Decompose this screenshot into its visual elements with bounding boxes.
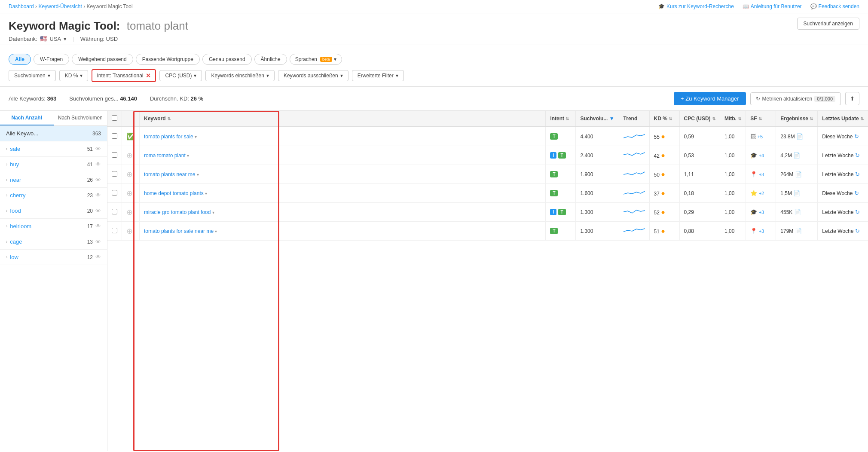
feedback-link[interactable]: 💬 Feedback senden <box>810 3 859 9</box>
sidebar-tab-suchvolumen[interactable]: Nach Suchvolumen <box>54 111 107 125</box>
refresh-icon[interactable]: ↻ <box>854 133 859 140</box>
th-sf[interactable]: SF ⇅ <box>746 111 776 127</box>
sidebar-item-cherry[interactable]: › cherry 23 👁 <box>0 188 107 203</box>
row-update-cell: Letzte Woche ↻ <box>818 165 868 184</box>
kd-dot: ● <box>661 189 665 197</box>
select-all-checkbox[interactable] <box>112 115 117 121</box>
row-checkbox[interactable] <box>112 133 117 139</box>
table-row: ⊕ roma tomato plant ▾ I T 2.400 <box>107 146 868 165</box>
keywords-exclude-filter[interactable]: Keywords ausschließen ▾ <box>278 70 348 81</box>
sidebar-item-low[interactable]: › low 12 👁 <box>0 250 107 265</box>
eye-icon[interactable]: 👁 <box>95 223 101 229</box>
tab-wfragen[interactable]: W-Fragen <box>34 54 69 65</box>
kurs-link[interactable]: 🎓 Kurs zur Keyword-Recherche <box>658 3 734 9</box>
add-circle-icon[interactable]: ⊕ <box>126 170 133 179</box>
row-checkbox[interactable] <box>112 228 117 233</box>
cpc-filter[interactable]: CPC (USD) ▾ <box>159 70 202 81</box>
th-keyword[interactable]: Keyword ⇅ <box>140 111 546 127</box>
tab-sprachen[interactable]: Sprachen beta ▾ <box>290 54 342 65</box>
tab-weitgehend[interactable]: Weitgehend passend <box>72 54 133 65</box>
refresh-icon[interactable]: ↻ <box>855 209 860 215</box>
suchvolumen-filter[interactable]: Suchvolumen ▾ <box>9 70 56 81</box>
th-kd[interactable]: KD % ⇅ <box>649 111 679 127</box>
sort-icon: ⇅ <box>860 116 864 121</box>
kd-filter[interactable]: KD % ▾ <box>59 70 89 81</box>
pin-sf-icon: 📍 <box>750 171 757 177</box>
keyword-expand-icon[interactable]: ▾ <box>187 153 189 158</box>
anleitung-link[interactable]: 📖 Anleitung für Benutzer <box>743 3 802 9</box>
keyword-link[interactable]: tomato plants for sale <box>144 134 193 140</box>
add-circle-icon[interactable]: ⊕ <box>126 227 133 235</box>
breadcrumb-dashboard[interactable]: Dashboard <box>9 3 34 9</box>
eye-icon[interactable]: 👁 <box>95 161 101 168</box>
th-update[interactable]: Letztes Update ⇅ <box>818 111 868 127</box>
row-checkbox[interactable] <box>112 171 117 177</box>
eye-icon[interactable]: 👁 <box>95 177 101 183</box>
keyword-expand-icon[interactable]: ▾ <box>205 191 207 196</box>
check-circle-icon[interactable]: ✅ <box>126 133 135 140</box>
th-intent[interactable]: Intent ⇅ <box>546 111 576 127</box>
suchvolumen-stat: Suchvolumen ges... 46.140 <box>69 95 137 102</box>
sidebar-item-buy[interactable]: › buy 41 👁 <box>0 157 107 172</box>
keyword-link[interactable]: tomato plants for sale near me <box>144 228 214 234</box>
keyword-expand-icon[interactable]: ▾ <box>215 229 217 234</box>
metriken-button[interactable]: ↻ Metriken aktualisieren 0/1.000 <box>750 92 841 105</box>
row-checkbox[interactable] <box>112 152 117 158</box>
th-cpc[interactable]: CPC (USD) ⇅ <box>679 111 720 127</box>
tab-alle[interactable]: Alle <box>9 54 31 65</box>
suchverlauf-button[interactable]: Suchverlauf anzeigen <box>797 18 859 30</box>
th-suchvolumen[interactable]: Suchvolu... ▼ <box>576 111 619 127</box>
tab-ahnliche[interactable]: Ähnliche <box>254 54 287 65</box>
row-trend-cell <box>619 222 649 241</box>
refresh-icon[interactable]: ↻ <box>855 228 860 234</box>
keyword-link[interactable]: tomato plants near me <box>144 171 195 177</box>
sidebar-item-all[interactable]: Alle Keywo... 363 <box>0 126 107 141</box>
erweiterte-filter[interactable]: Erweiterte Filter ▾ <box>352 70 404 81</box>
row-ergebnisse-cell: 264M 📄 <box>776 165 818 184</box>
sidebar-tab-anzahl[interactable]: Nach Anzahl <box>0 111 54 125</box>
row-action-cell: ⊕ <box>122 184 140 203</box>
eye-icon[interactable]: 👁 <box>95 238 101 245</box>
eye-icon[interactable]: 👁 <box>95 192 101 199</box>
refresh-icon[interactable]: ↻ <box>855 171 860 177</box>
add-circle-icon[interactable]: ⊕ <box>126 208 133 217</box>
country-dropdown-icon[interactable]: ▾ <box>64 36 67 42</box>
row-checkbox[interactable] <box>112 209 117 214</box>
keyword-link[interactable]: home depot tomato plants <box>144 190 204 196</box>
th-trend[interactable]: Trend <box>619 111 649 127</box>
sidebar-item-near[interactable]: › near 26 👁 <box>0 172 107 188</box>
keyword-expand-icon[interactable]: ▾ <box>197 172 199 177</box>
intent-badge-i: I <box>550 152 556 159</box>
sidebar-item-food[interactable]: › food 20 👁 <box>0 203 107 219</box>
filter-icon[interactable]: ▼ <box>609 116 614 122</box>
sidebar-item-heirloom[interactable]: › heirloom 17 👁 <box>0 219 107 234</box>
add-circle-icon[interactable]: ⊕ <box>126 189 133 198</box>
export-button[interactable]: ⬆ <box>845 92 859 105</box>
row-checkbox[interactable] <box>112 190 117 195</box>
keywords-include-filter[interactable]: Keywords einschließen ▾ <box>205 70 274 81</box>
keyword-expand-icon[interactable]: ▾ <box>212 210 214 215</box>
row-intent-cell: T <box>546 184 576 203</box>
eye-icon[interactable]: 👁 <box>95 208 101 214</box>
tab-genau[interactable]: Genau passend <box>202 54 252 65</box>
eye-icon[interactable]: 👁 <box>95 254 101 260</box>
chevron-down-icon: ▾ <box>48 73 50 79</box>
th-ergebnisse[interactable]: Ergebnisse ⇅ <box>776 111 818 127</box>
sidebar-item-cage[interactable]: › cage 13 👁 <box>0 234 107 250</box>
keyword-manager-button[interactable]: + Zu Keyword Manager <box>674 92 746 105</box>
intent-filter-close[interactable]: ✕ <box>146 72 151 79</box>
keyword-expand-icon[interactable]: ▾ <box>195 134 197 139</box>
keyword-link[interactable]: roma tomato plant <box>144 153 186 159</box>
eye-icon[interactable]: 👁 <box>95 146 101 152</box>
keyword-link[interactable]: miracle gro tomato plant food <box>144 209 211 215</box>
data-table: Keyword ⇅ Intent ⇅ Suchvolu... ▼ Trend K… <box>107 111 868 241</box>
chevron-down-icon: ▾ <box>266 73 269 79</box>
refresh-icon[interactable]: ↻ <box>855 152 860 159</box>
breadcrumb-keyword-ubersicht[interactable]: Keyword-Übersicht <box>38 3 82 9</box>
top-nav-links: 🎓 Kurs zur Keyword-Recherche 📖 Anleitung… <box>658 3 859 9</box>
th-mitb[interactable]: Mitb. ⇅ <box>720 111 746 127</box>
tab-passende[interactable]: Passende Wortgruppe <box>136 54 200 65</box>
add-circle-icon[interactable]: ⊕ <box>126 151 133 160</box>
sidebar-item-sale[interactable]: › sale 51 👁 <box>0 141 107 157</box>
refresh-icon[interactable]: ↻ <box>854 190 859 196</box>
